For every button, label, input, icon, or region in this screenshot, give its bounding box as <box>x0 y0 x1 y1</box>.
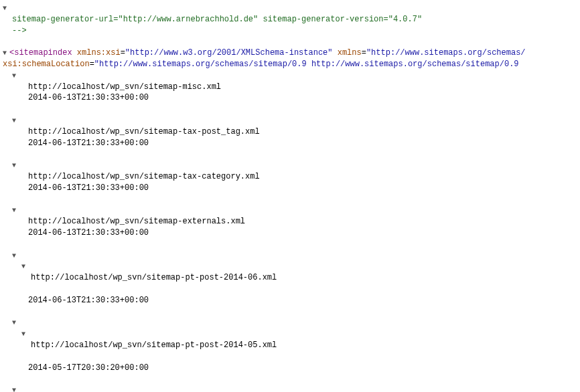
sitemap-close-line <box>3 149 577 160</box>
loc-text: http://localhost/wp_svn/sitemap-tax-cate… <box>28 172 260 181</box>
attr-xmlns-xsi: xmlns:xsi <box>77 48 121 58</box>
sitemap-partial: ▼ <box>3 385 577 392</box>
sitemap-1: ▼ <box>3 115 577 126</box>
loc-close-line <box>3 284 577 295</box>
lastmod-text: 2014-06-13T21:30:33+00:00 <box>28 228 149 237</box>
collapse-toggle-icon[interactable]: ▼ <box>12 206 19 215</box>
loc-text: http://localhost/wp_svn/sitemap-pt-post-… <box>31 340 277 350</box>
sitemap-4: ▼ <box>3 250 577 262</box>
lastmod-line: 2014-06-13T21:30:33+00:00 <box>3 227 577 239</box>
sitemap-5: ▼ <box>3 317 577 328</box>
collapse-toggle-icon[interactable]: ▼ <box>12 116 19 126</box>
loc-open-line: ▼ <box>3 328 577 340</box>
lastmod-text: 2014-06-13T21:30:33+00:00 <box>28 296 149 305</box>
collapse-toggle-icon[interactable]: ▼ <box>12 161 19 171</box>
lastmod-text: 2014-06-13T21:30:33+00:00 <box>28 93 149 102</box>
sitemap-3: ▼ <box>3 205 577 216</box>
comment-body: sitemap-generator-url="http://www.arnebr… <box>12 15 422 24</box>
collapse-toggle-icon[interactable]: ▼ <box>3 49 9 58</box>
lastmod-line: 2014-06-13T21:30:33+00:00 <box>3 183 577 194</box>
sitemap-close-line <box>3 194 577 205</box>
comment-line: --> <box>3 25 577 37</box>
loc-close-line <box>3 351 577 363</box>
sitemap-close-line <box>3 104 577 115</box>
xml-source-tree: ▼ sitemap-generator-url="http://www.arne… <box>3 3 577 392</box>
sitemap-close-line <box>3 373 577 385</box>
lastmod-line: 2014-06-13T21:30:33+00:00 <box>3 92 577 104</box>
loc-text: http://localhost/wp_svn/sitemap-external… <box>28 217 245 226</box>
collapse-toggle-icon[interactable]: ▼ <box>12 386 19 392</box>
loc-line: http://localhost/wp_svn/sitemap-tax-post… <box>3 126 577 138</box>
loc-text: http://localhost/wp_svn/sitemap-misc.xml <box>28 82 221 92</box>
sitemap-0: ▼ <box>3 70 577 82</box>
loc-text: http://localhost/wp_svn/sitemap-pt-post-… <box>31 273 277 282</box>
sitemapindex-line2: xsi:schemaLocation="http://www.sitemaps.… <box>3 59 577 70</box>
collapse-toggle-icon[interactable]: ▼ <box>12 318 19 328</box>
collapse-toggle-icon[interactable]: ▼ <box>21 262 28 272</box>
lastmod-line: 2014-06-13T21:30:33+00:00 <box>3 138 577 149</box>
val-xmlns: "http://www.sitemaps.org/schemas/ <box>366 48 526 58</box>
sitemap-close-line <box>3 306 577 318</box>
comment-line <box>3 36 577 47</box>
val-schema: "http://www.sitemaps.org/schemas/sitemap… <box>94 60 519 69</box>
attr-xmlns: xmlns <box>338 48 362 58</box>
attr-schema-prefix: xsi: <box>3 60 22 69</box>
loc-line: http://localhost/wp_svn/sitemap-tax-cate… <box>3 171 577 183</box>
collapse-toggle-icon[interactable]: ▼ <box>21 330 28 339</box>
collapse-toggle-icon[interactable]: ▼ <box>3 4 9 13</box>
lastmod-line: 2014-06-13T21:30:33+00:00 <box>3 295 577 306</box>
sitemapindex-line1: ▼<sitemapindex xmlns:xsi="http://www.w3.… <box>3 47 577 59</box>
loc-line: http://localhost/wp_svn/sitemap-external… <box>3 216 577 227</box>
lastmod-text: 2014-06-13T21:30:33+00:00 <box>28 183 149 193</box>
sitemap-2: ▼ <box>3 160 577 171</box>
collapse-toggle-icon[interactable]: ▼ <box>12 252 19 261</box>
attr-schema-name: schemaLocation <box>22 60 90 69</box>
lastmod-text: 2014-05-17T20:30:20+00:00 <box>28 363 149 373</box>
loc-open-line: ▼ <box>3 261 577 272</box>
loc-text-line: http://localhost/wp_svn/sitemap-pt-post-… <box>3 340 577 351</box>
lastmod-line: 2014-05-17T20:30:20+00:00 <box>3 363 577 374</box>
loc-text-line: http://localhost/wp_svn/sitemap-pt-post-… <box>3 272 577 284</box>
comment-close: --> <box>12 26 27 35</box>
loc-text: http://localhost/wp_svn/sitemap-tax-post… <box>28 127 260 136</box>
comment-line: ▼ <box>3 3 577 14</box>
sitemap-close-line <box>3 239 577 250</box>
sitemapindex-open: <sitemapindex <box>9 48 77 58</box>
comment-line: sitemap-generator-url="http://www.arnebr… <box>3 14 577 25</box>
lastmod-text: 2014-06-13T21:30:33+00:00 <box>28 138 149 148</box>
loc-line: http://localhost/wp_svn/sitemap-misc.xml <box>3 82 577 93</box>
val-xmlns-xsi: "http://www.w3.org/2001/XMLSchema-instan… <box>125 48 333 58</box>
collapse-toggle-icon[interactable]: ▼ <box>12 72 19 81</box>
